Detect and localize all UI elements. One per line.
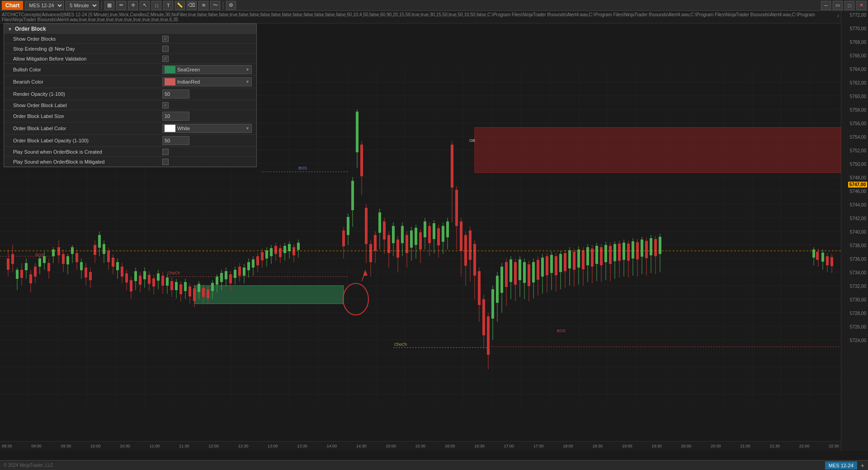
time-1000: 10:00 [90, 444, 101, 448]
row-sound-mitigated: Play Sound when OrderBlock is Mitigated [4, 157, 256, 167]
svg-rect-140 [166, 277, 169, 286]
close-icon[interactable]: ✕ [856, 1, 866, 10]
input-label-size[interactable] [162, 112, 189, 121]
svg-rect-156 [202, 288, 205, 297]
svg-rect-304 [577, 249, 580, 268]
svg-rect-184 [265, 250, 268, 258]
color-select-bullish[interactable]: SeaGreen ▼ [162, 65, 252, 74]
pencil-icon[interactable]: ✏ [116, 1, 126, 10]
color-name-label: White [177, 126, 245, 131]
wave-icon[interactable]: 〜 [210, 1, 220, 10]
svg-rect-172 [238, 267, 241, 276]
crosshair-icon[interactable]: ✛ [128, 1, 138, 10]
control-bearish-color: IndianRed ▼ [162, 77, 253, 86]
svg-rect-256 [469, 230, 472, 260]
svg-rect-100 [75, 253, 78, 262]
input-render-opacity[interactable] [162, 89, 189, 99]
time-1030: 10:30 [120, 444, 130, 448]
price-5738: 5738,00 [850, 243, 866, 248]
chart-tab[interactable]: Chart [2, 1, 23, 10]
minimize-icon[interactable]: ─ [821, 1, 831, 10]
svg-rect-282 [528, 264, 530, 286]
svg-rect-212 [369, 244, 372, 262]
tab-mes-1224[interactable]: MES 12-24 [825, 461, 857, 470]
settings-icon[interactable]: ⚙ [226, 1, 236, 10]
svg-rect-276 [514, 262, 517, 285]
maximize-icon[interactable]: □ [844, 1, 854, 10]
time-0830: 08:30 [2, 444, 12, 448]
svg-rect-148 [184, 282, 187, 291]
control-bullish-color: SeaGreen ▼ [162, 65, 253, 74]
label-allow-mitigation: Allow Mitigation Before Validation [13, 56, 162, 61]
svg-rect-94 [62, 254, 65, 264]
svg-rect-312 [595, 246, 598, 264]
restore-icon[interactable]: ▭ [833, 1, 843, 10]
row-allow-mitigation: Allow Mitigation Before Validation [4, 54, 256, 64]
price-5724: 5724,00 [850, 338, 866, 343]
dropdown-arrow-bullish: ▼ [245, 67, 251, 72]
color-select-bearish[interactable]: IndianRed ▼ [162, 77, 252, 86]
separator-1 [101, 2, 102, 9]
fib-icon[interactable]: ≋ [198, 1, 208, 10]
time-1800: 18:00 [563, 444, 573, 448]
control-sound-created [162, 149, 253, 155]
svg-rect-234 [419, 232, 422, 249]
text-icon[interactable]: T [163, 1, 173, 10]
symbol-select[interactable]: MES 12-24 [25, 1, 64, 10]
ruler-icon[interactable]: 📏 [175, 1, 185, 10]
checkbox-sound-mitigated[interactable] [162, 159, 169, 165]
svg-rect-260 [478, 271, 481, 305]
price-5744: 5744,00 [850, 202, 866, 207]
svg-rect-302 [573, 252, 576, 270]
svg-rect-124 [130, 280, 132, 291]
svg-rect-92 [57, 247, 60, 255]
tab-add-button[interactable]: + [861, 462, 864, 469]
svg-rect-306 [582, 250, 585, 269]
svg-rect-240 [433, 223, 435, 239]
svg-rect-196 [292, 247, 295, 255]
eraser-icon[interactable]: ⌫ [187, 1, 197, 10]
time-1430: 14:30 [356, 444, 367, 448]
svg-rect-232 [415, 228, 417, 245]
svg-rect-192 [283, 246, 286, 253]
price-5764: 5764,00 [850, 67, 866, 72]
panel-header[interactable]: ▼ Order Block [4, 24, 256, 34]
svg-rect-328 [632, 241, 634, 258]
row-label-opacity: Order Block Label Opacity (1-100) [4, 135, 256, 147]
checkbox-sound-created[interactable] [162, 149, 169, 155]
checkbox-stop-extending[interactable] [162, 46, 169, 52]
checkbox-show-label[interactable] [162, 102, 169, 108]
svg-rect-334 [645, 241, 648, 258]
time-2130: 21:30 [770, 444, 780, 448]
time-2100: 21:00 [740, 444, 750, 448]
price-5726: 5726,00 [850, 324, 866, 329]
price-axis: 5772,00 5770,00 5768,00 5766,00 5764,00 … [841, 11, 868, 451]
timeframe-select[interactable]: 5 Minute [66, 1, 99, 10]
control-label-color: White ▼ [162, 124, 253, 133]
checkbox-allow-mitigation[interactable] [162, 56, 169, 62]
svg-rect-348 [826, 256, 829, 265]
color-swatch-label [165, 125, 175, 132]
svg-rect-164 [220, 273, 223, 282]
control-label-size [162, 112, 253, 121]
svg-rect-116 [112, 258, 114, 267]
time-1200: 12:00 [208, 444, 219, 448]
svg-rect-98 [71, 247, 74, 254]
color-select-label[interactable]: White ▼ [162, 124, 252, 133]
params-arrow[interactable]: › [837, 13, 839, 19]
input-label-opacity[interactable] [162, 136, 189, 145]
bar-chart-icon[interactable]: ▦ [104, 1, 114, 10]
svg-text:ChoCh: ChoCh [167, 271, 180, 275]
svg-rect-270 [500, 267, 503, 293]
row-sound-created: Play Sound when OrderBlock is Created [4, 147, 256, 157]
rectangle-icon[interactable]: □ [151, 1, 161, 10]
cursor-icon[interactable]: ↖ [140, 1, 150, 10]
svg-rect-106 [89, 272, 92, 280]
svg-rect-298 [564, 253, 566, 271]
label-bullish-color: Bullish Color [13, 67, 162, 72]
svg-rect-112 [103, 244, 105, 254]
svg-rect-250 [455, 190, 458, 226]
price-5732: 5732,00 [850, 284, 866, 289]
svg-rect-118 [116, 262, 119, 270]
checkbox-show-order-blocks[interactable] [162, 36, 169, 42]
